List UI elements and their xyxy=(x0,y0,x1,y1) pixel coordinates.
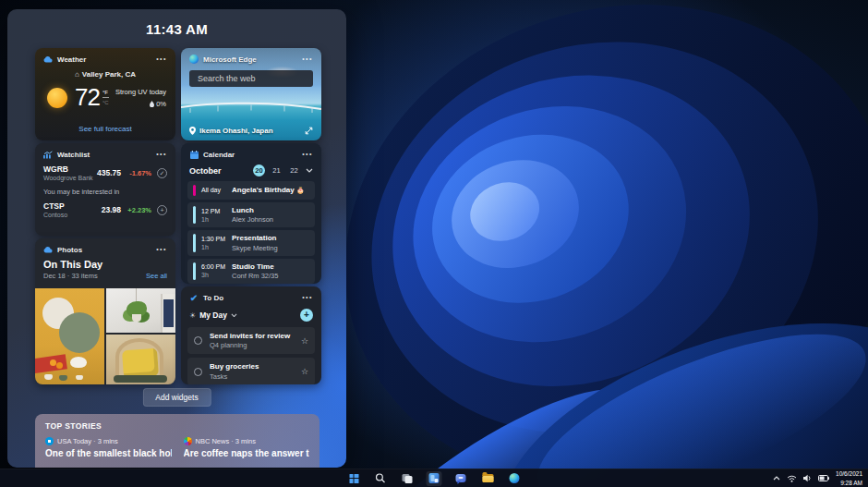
chevron-down-icon[interactable] xyxy=(306,168,313,173)
calendar-event[interactable]: All day Angela's Birthday 🎂 xyxy=(187,181,315,200)
watchlist-title: Watchlist xyxy=(57,151,151,159)
precipitation: 0% xyxy=(115,100,166,108)
file-explorer-button[interactable] xyxy=(480,471,496,486)
stock-price: 23.98 xyxy=(102,205,121,214)
date-chip[interactable]: 22 xyxy=(288,164,300,177)
add-task-button[interactable]: + xyxy=(300,309,313,322)
unit-celsius[interactable]: °C xyxy=(102,98,109,105)
unit-fahrenheit[interactable]: °F xyxy=(102,90,109,98)
photo-chair-pillow[interactable] xyxy=(106,335,175,384)
sun-icon xyxy=(47,88,67,108)
list-selector[interactable]: My Day xyxy=(199,310,227,320)
news-article[interactable]: USA Today · 3 mins One of the smallest b… xyxy=(45,437,172,458)
task-checkbox[interactable] xyxy=(194,368,202,376)
photo-still-life[interactable] xyxy=(35,288,104,384)
news-article[interactable]: NBC News · 3 mins Are coffee naps the an… xyxy=(184,437,310,458)
on-this-day-heading: On This Day xyxy=(35,254,175,270)
system-tray: 10/6/2021 9:28 AM xyxy=(773,469,862,487)
expand-icon[interactable] xyxy=(305,127,313,135)
stock-add-plus-icon[interactable]: + xyxy=(157,205,167,215)
edge-browser-button[interactable] xyxy=(507,471,523,486)
stock-row[interactable]: WGRB Woodgrove Bank 435.75 -1.67% ✓ xyxy=(35,159,175,181)
volume-icon[interactable] xyxy=(803,474,812,482)
article-headline[interactable]: One of the smallest black holes and xyxy=(45,448,172,458)
droplet-icon xyxy=(150,101,154,107)
watchlist-widget[interactable]: Watchlist ••• WGRB Woodgrove Bank 435.75… xyxy=(35,143,175,236)
more-options-icon[interactable]: ••• xyxy=(156,248,167,251)
todo-check-icon: ✔ xyxy=(189,293,199,302)
photos-subtitle: Dec 18 · 33 items xyxy=(43,272,98,280)
more-options-icon[interactable]: ••• xyxy=(156,57,167,61)
stock-added-check-icon[interactable]: ✓ xyxy=(157,168,167,178)
calendar-title: Calendar xyxy=(203,151,297,159)
top-stories-heading: TOP STORIES xyxy=(45,421,309,431)
star-icon[interactable]: ☆ xyxy=(301,336,308,346)
nbc-news-logo-icon xyxy=(184,437,192,445)
more-options-icon[interactable]: ••• xyxy=(156,152,167,156)
home-icon: ⌂ xyxy=(75,70,79,79)
more-options-icon[interactable]: ••• xyxy=(302,152,313,156)
event-color-bar xyxy=(193,262,196,280)
task-item[interactable]: Buy groceriesTasks ☆ xyxy=(187,358,315,384)
event-color-bar xyxy=(193,234,196,251)
edge-widget[interactable]: Microsoft Edge ••• Ikema Ohashi, Japan xyxy=(181,48,321,140)
stock-row[interactable]: CTSP Contoso 23.98 +2.23% + xyxy=(35,196,175,218)
widgets-button[interactable] xyxy=(427,471,442,486)
task-checkbox[interactable] xyxy=(194,336,202,345)
stock-company: Woodgrove Bank xyxy=(43,175,93,181)
edge-logo-icon xyxy=(189,55,199,64)
chat-button[interactable] xyxy=(453,471,469,486)
temperature-value: 72 xyxy=(75,83,100,112)
todo-widget[interactable]: ✔ To Do ••• ☀ My Day + Send invites for … xyxy=(181,286,321,384)
show-hidden-icons-chevron[interactable] xyxy=(773,476,780,481)
edge-logo-icon xyxy=(510,473,520,483)
photo-hanging-plant[interactable] xyxy=(106,288,175,333)
unit-toggle[interactable]: °F °C xyxy=(102,90,109,105)
date-chip-selected[interactable]: 20 xyxy=(253,164,265,177)
calendar-event[interactable]: 12 PM1h LunchAlex Johnson xyxy=(187,202,315,227)
more-options-icon[interactable]: ••• xyxy=(302,296,313,299)
edge-title: Microsoft Edge xyxy=(203,55,297,64)
task-view-button[interactable] xyxy=(400,471,416,486)
top-stories-section: TOP STORIES USA Today · 3 mins One of th… xyxy=(35,414,319,468)
see-all-link[interactable]: See all xyxy=(146,272,167,280)
article-headline[interactable]: Are coffee naps the answer to your xyxy=(184,448,310,458)
my-day-sun-icon: ☀ xyxy=(189,311,196,320)
calendar-month: October xyxy=(189,166,247,176)
event-color-bar xyxy=(193,206,196,224)
widgets-icon xyxy=(429,473,440,483)
see-full-forecast-link[interactable]: See full forecast xyxy=(35,125,175,133)
battery-icon[interactable] xyxy=(818,475,829,481)
more-options-icon[interactable]: ••• xyxy=(302,57,313,61)
start-button[interactable] xyxy=(346,471,362,486)
wifi-icon[interactable] xyxy=(787,475,797,482)
calendar-date-bar: October 20 21 22 xyxy=(181,159,321,178)
search-bar[interactable] xyxy=(189,70,313,87)
calendar-widget[interactable]: Calendar ••• October 20 21 22 All day An… xyxy=(181,143,321,284)
calendar-icon xyxy=(189,150,199,159)
birthday-cake-emoji: 🎂 xyxy=(296,187,305,193)
event-color-bar xyxy=(193,185,196,196)
chevron-down-icon[interactable] xyxy=(231,313,237,318)
stock-price: 435.75 xyxy=(97,168,121,177)
star-icon[interactable]: ☆ xyxy=(301,367,308,376)
widgets-panel: 11:43 AM Weather ••• ⌂ Valley Park, CA 7… xyxy=(7,9,346,468)
clock-date[interactable]: 10/6/2021 9:28 AM xyxy=(836,469,862,487)
task-item[interactable]: Send invites for reviewQ4 planning ☆ xyxy=(187,327,315,354)
folder-icon xyxy=(482,474,493,482)
photos-widget[interactable]: Photos ••• On This Day Dec 18 · 33 items… xyxy=(35,238,175,384)
desktop: 11:43 AM Weather ••• ⌂ Valley Park, CA 7… xyxy=(0,0,868,487)
article-meta: USA Today · 3 mins xyxy=(57,437,118,445)
date-chip[interactable]: 21 xyxy=(271,164,283,177)
calendar-event[interactable]: 1:30 PM1h PresentationSkype Meeting xyxy=(187,230,315,255)
add-widgets-button[interactable]: Add widgets xyxy=(142,388,211,407)
calendar-event[interactable]: 6:00 PM3h Studio TimeConf Rm 32/35 xyxy=(187,259,315,284)
watchlist-suggestion-note: You may be interested in xyxy=(35,181,175,196)
stock-company: Contoso xyxy=(43,212,67,218)
search-input[interactable] xyxy=(196,73,307,84)
stocks-chart-icon xyxy=(43,150,53,159)
location-pin-icon xyxy=(189,127,196,135)
search-button[interactable] xyxy=(373,471,389,486)
stock-symbol: WGRB xyxy=(43,164,93,174)
weather-widget[interactable]: Weather ••• ⌂ Valley Park, CA 72 °F °C S… xyxy=(35,48,175,140)
